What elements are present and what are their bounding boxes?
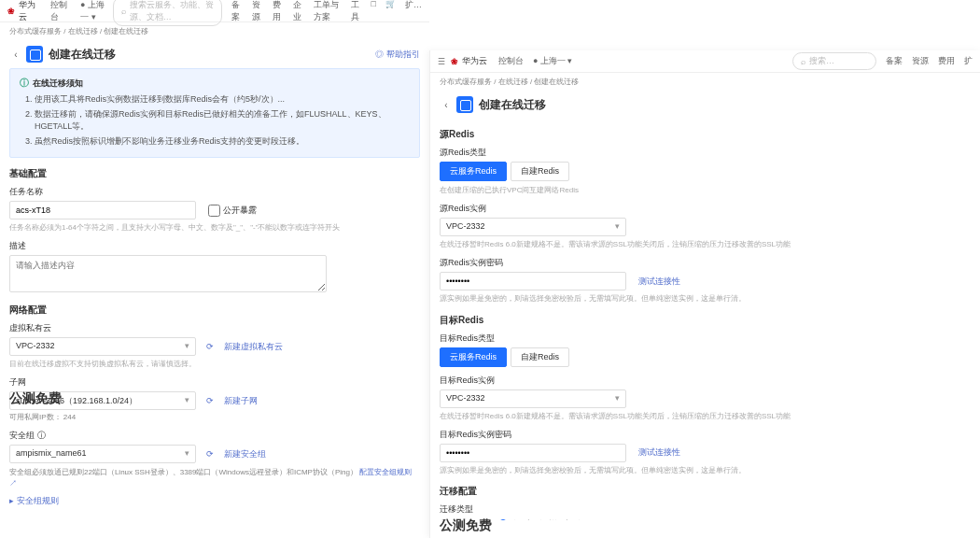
refresh-icon[interactable]: ⟳ [206, 396, 214, 405]
huawei-logo-icon: ❀ [451, 57, 458, 66]
source-redis-title: 源Redis [440, 128, 971, 141]
top-link[interactable]: 备案 [886, 55, 903, 67]
new-sg-link[interactable]: 新建安全组 [224, 448, 266, 460]
sg-label: 安全组 ⓘ [9, 430, 420, 442]
more-icon[interactable]: 扩… [405, 0, 422, 23]
menu-icon[interactable]: ☰ [438, 57, 445, 66]
top-bar-right: ☰ ❀ 华为云 控制台 ● 上海一 ▾ 搜索… 备案 资源 费用 扩 [430, 50, 980, 73]
tgt-inst-label: 目标Redis实例 [440, 375, 971, 387]
beta-free-label: 公测免费 [9, 390, 62, 407]
brand-name: 华为云 [19, 0, 39, 23]
tgt-type-label: 目标Redis类型 [440, 333, 971, 345]
vpc-label: 虚拟私有云 [9, 322, 420, 334]
tgt-test-connection-link[interactable]: 测试连接性 [638, 447, 680, 457]
task-name-input[interactable] [9, 201, 196, 219]
notice-item: 数据迁移前，请确保源Redis实例和目标Redis已做好相关的准备工作，如FLU… [35, 108, 410, 134]
top-link[interactable]: 企业 [293, 0, 304, 23]
notice-title: 在线迁移须知 [20, 77, 410, 90]
back-arrow-icon[interactable]: ‹ [440, 100, 453, 110]
sg-rules-toggle[interactable]: 安全组规则 [9, 495, 420, 507]
top-right-links: 备案 资源 费用 扩 [886, 55, 973, 67]
page-header: ‹ 创建在线迁移 [430, 91, 980, 119]
src-inst-hint: 在线迁移暂时Redis 6.0新建规格不是。需该请求源的SSL功能关闭后，注销压… [440, 239, 971, 249]
tgt-type-self-button[interactable]: 自建Redis [511, 347, 569, 367]
notice-item: 使用该工具将Redis实例数据迁移到数据库Redis会有（约5秒/次）... [35, 93, 410, 106]
task-name-label: 任务名称 [9, 186, 420, 198]
src-test-connection-link[interactable]: 测试连接性 [638, 276, 680, 286]
cart-icon[interactable]: 🛒 [385, 0, 396, 23]
region-selector[interactable]: ● 上海一 ▾ [533, 55, 572, 67]
page-icon [456, 96, 473, 113]
global-search-input[interactable]: 搜索云服务、功能、资源、文档… [113, 0, 223, 26]
desc-label: 描述 [9, 240, 420, 252]
top-right-links: 备案 资源 费用 企业 工单与方案 工具 □ 🛒 扩… [231, 0, 422, 23]
task-name-hint: 任务名称必须为1-64个字符之间，且支持大小写字母、中文、数字及"_"、"-"不… [9, 222, 420, 233]
src-inst-label: 源Redis实例 [440, 203, 971, 215]
breadcrumb[interactable]: 分布式缓存服务 / 在线迁移 / 创建在线迁移 [430, 73, 980, 91]
migration-config-title: 迁移配置 [440, 485, 971, 498]
refresh-icon[interactable]: ⟳ [206, 342, 214, 351]
migration-type-label: 迁移类型 [440, 503, 971, 516]
huawei-logo-icon: ❀ [7, 7, 15, 16]
new-subnet-link[interactable]: 新建子网 [224, 395, 258, 407]
page-icon [26, 46, 43, 63]
region-selector[interactable]: ● 上海一 ▾ [80, 0, 113, 23]
sg-select[interactable]: ampismix_name61 [9, 445, 196, 463]
left-window: ❀ 华为云 控制台 ● 上海一 ▾ 搜索云服务、功能、资源、文档… 备案 资源 … [0, 0, 429, 538]
console-link[interactable]: 控制台 [50, 0, 71, 23]
global-search-input[interactable]: 搜索… [792, 52, 876, 70]
src-type-label: 源Redis类型 [440, 147, 971, 159]
target-redis-title: 目标Redis [440, 314, 971, 327]
subnet-ip-count: 可用私网IP数： 244 [9, 412, 420, 422]
tgt-pwd-label: 目标Redis实例密码 [440, 429, 971, 441]
right-window: ☰ ❀ 华为云 控制台 ● 上海一 ▾ 搜索… 备案 资源 费用 扩 分布式缓存… [429, 50, 980, 538]
public-checkbox[interactable]: 公开暴露 [208, 205, 257, 217]
desc-textarea[interactable] [9, 255, 327, 292]
page-header: ‹ 创建在线迁移 ◎ 帮助指引 [0, 40, 429, 68]
top-link[interactable]: 资源 [912, 55, 929, 67]
tgt-pwd-hint: 源实例如果是免密的，则请选择免密校验后，无需填写此项。但单纯密送实例，这是单行清… [440, 465, 971, 475]
notice-item: 虽然Redis按照标识增删不影响业务迁移业务Redis支持的变更时段迁移。 [35, 135, 410, 149]
basic-config-title: 基础配置 [9, 167, 420, 180]
top-link[interactable]: 费用 [273, 0, 284, 23]
help-guide-link[interactable]: ◎ 帮助指引 [375, 49, 420, 61]
page-title: 创建在线迁移 [479, 97, 546, 113]
full-incr-migration-radio[interactable]: 全量迁移+增量迁移 [498, 518, 582, 520]
sg-hint: 安全组必须放通已规则22端口（Linux SSH登录）、3389端口（Windo… [9, 468, 357, 476]
tgt-pwd-input[interactable] [440, 444, 626, 462]
page-title: 创建在线迁移 [49, 47, 116, 63]
console-link[interactable]: 控制台 [498, 55, 524, 67]
top-link[interactable]: 工单与方案 [314, 0, 342, 23]
top-link[interactable]: 扩 [964, 55, 973, 67]
src-pwd-hint: 源实例如果是免密的，则请选择免密校验后，无需填写此项。但单纯密送实例，这是单行清… [440, 293, 971, 304]
brand-name: 华为云 [462, 55, 487, 67]
tgt-inst-select[interactable]: VPC-2332 [440, 389, 626, 408]
top-link[interactable]: 资源 [252, 0, 263, 23]
back-arrow-icon[interactable]: ‹ [9, 50, 22, 60]
src-inst-select[interactable]: VPC-2332 [440, 218, 626, 236]
top-link[interactable]: 费用 [938, 55, 955, 67]
src-type-hint: 在创建压缩的已执行VPC间互建网络Redis [440, 185, 971, 195]
migration-notice: 在线迁移须知 使用该工具将Redis实例数据迁移到数据库Redis会有（约5秒/… [9, 68, 420, 158]
new-vpc-link[interactable]: 新建虚拟私有云 [224, 341, 283, 353]
vpc-select[interactable]: VPC-2332 [9, 337, 196, 356]
notification-icon[interactable]: □ [371, 0, 376, 23]
network-config-title: 网络配置 [9, 304, 420, 317]
subnet-label: 子网 [9, 376, 420, 389]
vpc-hint: 目前在线迁移虚拟不支持切换虚拟私有云，请谨慎选择。 [9, 359, 420, 369]
src-type-self-button[interactable]: 自建Redis [511, 162, 569, 181]
refresh-icon[interactable]: ⟳ [206, 449, 214, 459]
top-link[interactable]: 工具 [351, 0, 362, 23]
src-pwd-input[interactable] [440, 272, 626, 290]
top-bar-left: ❀ 华为云 控制台 ● 上海一 ▾ 搜索云服务、功能、资源、文档… 备案 资源 … [0, 0, 429, 22]
tgt-type-cloud-button[interactable]: 云服务Redis [440, 347, 507, 367]
tgt-inst-hint: 在线迁移暂时Redis 6.0新建规格不是。需该请求源的SSL功能关闭后，注销压… [440, 411, 971, 421]
src-pwd-label: 源Redis实例密码 [440, 257, 971, 269]
src-type-cloud-button[interactable]: 云服务Redis [440, 162, 507, 181]
beta-free-label: 公测免费 [440, 517, 492, 534]
top-link[interactable]: 备案 [231, 0, 243, 23]
